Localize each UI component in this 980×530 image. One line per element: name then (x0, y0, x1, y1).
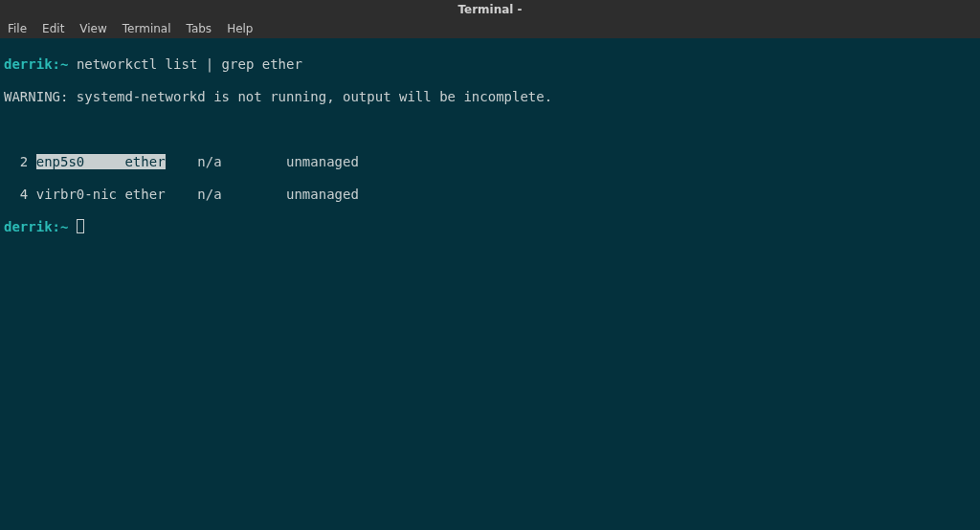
prompt-path: ~ (60, 219, 68, 234)
prompt-line: derrik:~ (4, 219, 976, 235)
menu-terminal[interactable]: Terminal (115, 22, 179, 35)
cursor (77, 219, 84, 233)
menu-tabs[interactable]: Tabs (179, 22, 220, 35)
row-index: 2 (4, 154, 36, 169)
row-index: 4 (4, 187, 36, 202)
blank-line (4, 121, 976, 138)
prompt-host: derrik: (4, 219, 60, 234)
command-text: networkctl list | grep ether (77, 56, 302, 72)
prompt-host: derrik: (4, 56, 60, 72)
window-title: Terminal - (457, 3, 522, 16)
menu-view[interactable]: View (72, 22, 114, 35)
output-row-2: 4 virbr0-nic ether n/a unmanaged (4, 187, 976, 203)
warning-line: WARNING: systemd-networkd is not running… (4, 89, 976, 105)
row-rest: n/a unmanaged (166, 154, 359, 169)
highlighted-selection: enp5s0 ether (36, 154, 166, 169)
menu-file[interactable]: File (6, 22, 34, 35)
terminal-area[interactable]: derrik:~ networkctl list | grep ether WA… (0, 38, 980, 254)
row-text: virbr0-nic ether n/a unmanaged (36, 187, 359, 202)
command-line: derrik:~ networkctl list | grep ether (4, 56, 976, 73)
menu-edit[interactable]: Edit (34, 22, 72, 35)
menu-help[interactable]: Help (219, 22, 260, 35)
titlebar: Terminal - (0, 0, 980, 19)
output-row-1: 2 enp5s0 ether n/a unmanaged (4, 154, 976, 170)
menubar: File Edit View Terminal Tabs Help (0, 19, 980, 38)
prompt-path: ~ (60, 56, 68, 72)
